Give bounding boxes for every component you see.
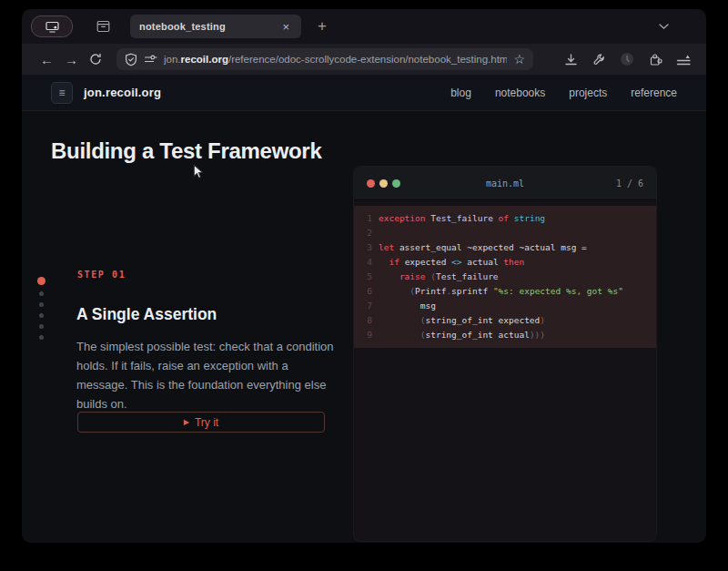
mouse-cursor-icon xyxy=(193,164,205,180)
tab-close-icon[interactable]: × xyxy=(279,19,292,35)
traffic-light-green-icon xyxy=(392,179,400,188)
code-area: 1exception Test_failure of string2 3let … xyxy=(354,200,656,348)
line-number: 3 xyxy=(354,240,372,255)
screen: notebook_testing × + ← → xyxy=(0,0,728,571)
code-line-8: 8 (string_of_int expected) xyxy=(354,313,656,328)
code-line-4: 4 if expected <> actual then xyxy=(354,255,656,270)
step-heading: A Single Assertion xyxy=(76,305,217,324)
editor-header: main.ml 1 / 6 xyxy=(354,167,656,200)
forward-button[interactable]: → xyxy=(59,53,84,66)
nav-link-projects[interactable]: projects xyxy=(569,87,607,99)
progress-dot-5[interactable] xyxy=(39,324,44,329)
tab-notebook-testing[interactable]: notebook_testing × xyxy=(130,15,301,38)
code-line-1: 1exception Test_failure of string xyxy=(354,211,656,226)
code-lines: 1exception Test_failure of string2 3let … xyxy=(354,211,656,342)
back-button[interactable]: ← xyxy=(35,53,59,66)
line-number: 9 xyxy=(354,328,372,342)
try-it-button[interactable]: ▶ Try it xyxy=(77,412,325,433)
url-bar[interactable]: jon.recoil.org/reference/odoc-scrollycod… xyxy=(116,48,533,70)
progress-dot-3[interactable] xyxy=(39,302,44,307)
highlighted-code-block: 1exception Test_failure of string2 3let … xyxy=(354,206,656,348)
page-title: Building a Test Framework xyxy=(51,138,321,164)
traffic-light-red-icon xyxy=(367,179,375,188)
progress-dot-1[interactable] xyxy=(37,277,46,285)
code-line-6: 6 (Printf.sprintf "%s: expected %s, got … xyxy=(354,284,656,299)
line-number: 6 xyxy=(354,284,372,299)
progress-dot-6[interactable] xyxy=(39,335,44,340)
firefox-view-button[interactable] xyxy=(31,15,73,37)
code-line-5: 5 raise (Test_failure xyxy=(354,270,656,284)
line-number: 8 xyxy=(354,313,372,328)
try-it-label: Try it xyxy=(195,416,218,429)
site-header: ≡ jon.recoil.org blognotebooksprojectsre… xyxy=(22,75,706,111)
site-nav: blognotebooksprojectsreference xyxy=(450,87,677,99)
tab-bar: notebook_testing × + xyxy=(22,9,706,44)
extensions-puzzle-icon[interactable] xyxy=(647,51,663,67)
url-domain: recoil.org xyxy=(181,54,228,65)
step-body: The simplest possible test: check that a… xyxy=(76,337,335,413)
nav-link-blog[interactable]: blog xyxy=(450,87,471,99)
shield-icon xyxy=(125,53,137,66)
progress-dot-2[interactable] xyxy=(39,291,44,296)
browser-window: notebook_testing × + ← → xyxy=(22,9,706,543)
line-number: 2 xyxy=(354,226,372,240)
nav-link-reference[interactable]: reference xyxy=(631,87,677,99)
browser-toolbar: ← → xyxy=(22,44,706,75)
site-brand[interactable]: jon.recoil.org xyxy=(84,86,161,99)
tab-list-chevron-button[interactable] xyxy=(658,23,670,30)
toolbar-actions xyxy=(562,51,693,67)
play-icon: ▶ xyxy=(184,419,189,426)
line-number: 7 xyxy=(354,299,372,313)
app-menu-icon[interactable] xyxy=(675,51,692,67)
code-editor-panel: main.ml 1 / 6 1exception Test_failure of… xyxy=(353,166,657,542)
downloads-button[interactable] xyxy=(562,51,579,67)
nav-link-notebooks[interactable]: notebooks xyxy=(495,87,545,99)
site-menu-button[interactable]: ≡ xyxy=(51,82,73,104)
code-line-7: 7 msg xyxy=(354,299,656,313)
editor-step-counter: 1 / 6 xyxy=(616,178,643,189)
permissions-icon xyxy=(144,54,157,65)
wrench-icon[interactable] xyxy=(591,51,607,67)
line-number: 4 xyxy=(354,255,372,270)
progress-dot-4[interactable] xyxy=(39,313,44,318)
code-line-9: 9 (string_of_int actual))) xyxy=(354,328,656,342)
reload-button[interactable] xyxy=(84,53,107,66)
tab-archive-button[interactable] xyxy=(96,20,110,33)
progress-rail xyxy=(36,277,46,340)
extension-badge-icon[interactable] xyxy=(619,51,635,67)
line-number: 1 xyxy=(354,211,372,226)
archive-box-icon xyxy=(96,20,110,33)
reload-icon xyxy=(89,53,102,66)
chevron-down-icon xyxy=(658,23,670,30)
monitor-icon xyxy=(46,21,59,33)
code-line-3: 3let assert_equal ~expected ~actual msg … xyxy=(354,240,656,255)
hamburger-icon: ≡ xyxy=(58,87,65,99)
tab-title: notebook_testing xyxy=(139,21,279,32)
traffic-light-yellow-icon xyxy=(379,179,388,188)
webpage: ≡ jon.recoil.org blognotebooksprojectsre… xyxy=(22,75,706,543)
url-path: /reference/odoc-scrollycode-extension/no… xyxy=(228,54,507,65)
code-line-2: 2 xyxy=(354,226,656,240)
step-label: STEP 01 xyxy=(77,270,126,280)
bookmark-star-icon[interactable]: ☆ xyxy=(513,53,525,66)
line-number: 5 xyxy=(354,270,372,284)
url-text: jon.recoil.org/reference/odoc-scrollycod… xyxy=(164,54,507,65)
new-tab-button[interactable]: + xyxy=(314,17,330,36)
